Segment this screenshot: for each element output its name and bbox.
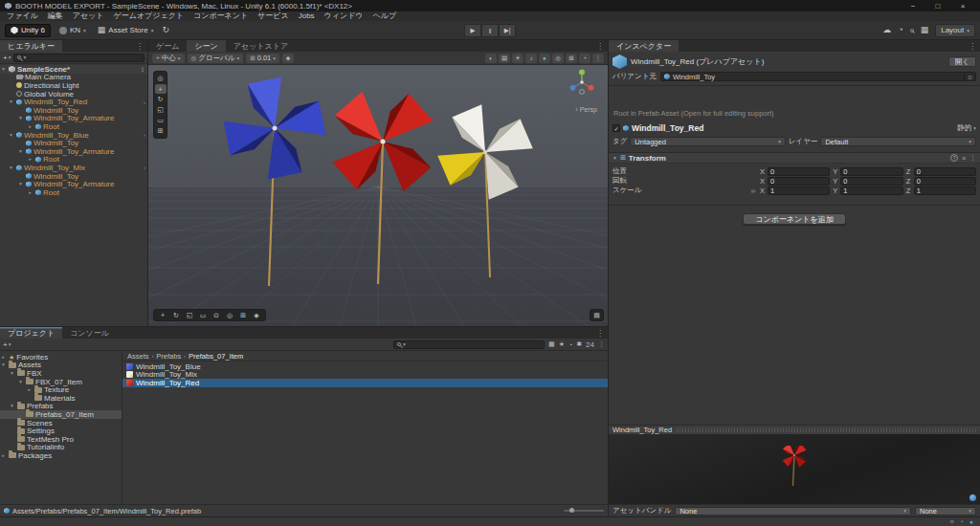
layer-dropdown[interactable]: Default ▾ bbox=[820, 137, 976, 146]
maximize-button[interactable]: □ bbox=[925, 0, 950, 11]
fold-icon[interactable]: ▼ bbox=[612, 155, 617, 161]
object-picker-icon[interactable]: ⊙ bbox=[964, 74, 972, 80]
hierarchy-item[interactable]: ▸ Root bbox=[0, 122, 147, 131]
lighting-toggle-icon[interactable]: ☀ bbox=[512, 54, 523, 63]
effects-toggle-icon[interactable]: ● bbox=[539, 54, 550, 63]
move-tool-icon[interactable]: + bbox=[155, 84, 167, 94]
fold-icon[interactable]: ▸ bbox=[26, 387, 33, 392]
save-search-icon[interactable]: ◔ bbox=[568, 341, 572, 348]
asset-store-dropdown[interactable]: ▦ Asset Store ▾ bbox=[95, 24, 157, 37]
assetbundle-variant-dropdown[interactable]: None ▾ bbox=[915, 507, 976, 515]
menu-help[interactable]: ヘルプ bbox=[368, 11, 402, 21]
rotation-z-field[interactable]: 0 bbox=[914, 177, 976, 186]
create-button[interactable]: + ▾ bbox=[3, 54, 11, 62]
transform-tool-icon[interactable]: ⊞ bbox=[155, 126, 167, 136]
hierarchy-item[interactable]: Windmill_Toy bbox=[0, 172, 147, 181]
gizmos-menu-icon[interactable]: ⋮ bbox=[592, 54, 604, 63]
hierarchy-item[interactable]: ▼ Windmill_Toy_Armature bbox=[0, 180, 147, 188]
hierarchy-item[interactable]: Windmill_Toy bbox=[0, 139, 147, 147]
rotation-y-field[interactable]: 0 bbox=[840, 177, 902, 186]
undo-history-icon[interactable]: ↻ bbox=[162, 26, 169, 34]
open-prefab-arrow[interactable]: › bbox=[144, 99, 145, 105]
fold-icon[interactable]: ▼ bbox=[9, 371, 15, 376]
hierarchy-item[interactable]: ▼ Windmill_Toy_Mix › bbox=[0, 164, 147, 172]
rect-tool-icon[interactable]: ▭ bbox=[197, 311, 209, 320]
tab-hierarchy[interactable]: ヒエラルキー bbox=[0, 40, 62, 52]
cloud-icon[interactable]: ☁ bbox=[882, 26, 891, 34]
breadcrumb-prefabs[interactable]: Prefabs bbox=[156, 352, 181, 361]
kebab-icon[interactable]: ⋮ bbox=[140, 66, 145, 73]
fold-icon[interactable]: ▸ bbox=[27, 157, 33, 162]
hierarchy-item[interactable]: Global Volume bbox=[0, 90, 147, 99]
grid-visibility-icon[interactable]: ⊞ bbox=[566, 54, 577, 63]
hierarchy-item[interactable]: ▼ Windmill_Toy_Armature bbox=[0, 147, 147, 156]
hierarchy-item[interactable]: ▼ Windmill_Toy_Armature bbox=[0, 115, 147, 123]
asset-preview[interactable] bbox=[609, 434, 980, 504]
active-checkbox[interactable]: ✓ bbox=[612, 124, 620, 132]
scale-y-field[interactable]: 1 bbox=[840, 186, 902, 195]
hierarchy-scene-row[interactable]: ▼ SampleScene* ⋮ bbox=[0, 65, 147, 74]
fold-icon[interactable]: ▼ bbox=[17, 182, 24, 186]
breadcrumb-current[interactable]: Prefabs_07_Item bbox=[189, 352, 243, 361]
kebab-icon[interactable]: ⋮ bbox=[969, 154, 976, 162]
tab-inspector[interactable]: インスペクター bbox=[609, 40, 679, 52]
projection-label[interactable]: ‹ Persp bbox=[575, 106, 597, 113]
rotate-tool-icon[interactable]: ↻ bbox=[155, 95, 167, 104]
menu-component[interactable]: コンポーネント bbox=[189, 11, 253, 21]
assetbundle-dropdown[interactable]: None ▾ bbox=[675, 507, 911, 515]
panel-menu-icon[interactable]: ⋮ bbox=[132, 40, 147, 52]
static-dropdown[interactable]: 静的 ▾ bbox=[957, 123, 976, 133]
panel-menu-icon[interactable]: ⋮ bbox=[965, 40, 980, 52]
grid-snap-field[interactable]: ⊞ 0.01 ▾ bbox=[246, 54, 279, 63]
move-tool-icon[interactable]: + bbox=[157, 311, 168, 320]
menu-file[interactable]: ファイル bbox=[2, 11, 43, 21]
variant-parent-field[interactable]: Windmill_Toy ⊙ bbox=[660, 72, 976, 81]
menu-services[interactable]: サービス bbox=[253, 11, 294, 21]
pause-button[interactable]: ‖ bbox=[481, 24, 499, 37]
menu-jobs[interactable]: Jobs bbox=[294, 11, 320, 21]
scale-x-field[interactable]: 1 bbox=[768, 186, 830, 195]
snap-toggle-icon[interactable]: ◈ bbox=[282, 54, 294, 63]
shading-mode-icon[interactable]: ◐ bbox=[485, 54, 497, 63]
search-by-type-icon[interactable]: ▦ bbox=[548, 340, 555, 348]
notifications-icon[interactable]: ◔ bbox=[898, 26, 902, 34]
grid-icon[interactable]: ⊞ bbox=[237, 311, 249, 320]
hierarchy-item[interactable]: Main Camera bbox=[0, 74, 147, 82]
file-row-windmill-toy-blue[interactable]: Windmill_Toy_Blue bbox=[122, 362, 608, 371]
tree-item-fbx-07-item[interactable]: ▼ FBX_07_Item bbox=[0, 378, 122, 386]
grid-icon[interactable]: ▦ bbox=[921, 26, 929, 34]
panel-menu-icon[interactable]: ⋮ bbox=[592, 327, 608, 339]
menu-assets[interactable]: アセット bbox=[68, 11, 109, 21]
open-prefab-arrow[interactable]: › bbox=[144, 164, 145, 170]
snap-icon[interactable]: ◈ bbox=[251, 311, 262, 320]
hierarchy-item[interactable]: ▸ Root bbox=[0, 156, 147, 164]
rotation-x-field[interactable]: 0 bbox=[768, 177, 830, 186]
open-prefab-arrow[interactable]: › bbox=[144, 132, 145, 138]
scale-tool-icon[interactable]: ◱ bbox=[155, 105, 167, 115]
tab-game[interactable]: ゲーム bbox=[148, 40, 187, 52]
slider-track[interactable] bbox=[564, 510, 604, 512]
close-button[interactable]: × bbox=[950, 0, 975, 11]
open-prefab-button[interactable]: 開く bbox=[948, 56, 976, 67]
scene-render[interactable] bbox=[148, 65, 608, 326]
rotate-tool-icon[interactable]: ↻ bbox=[170, 311, 182, 320]
tree-item-prefabs[interactable]: ▼ Prefabs bbox=[0, 403, 122, 411]
orientation-dropdown[interactable]: ◎ グローバル ▾ bbox=[188, 54, 244, 63]
pivot-dropdown[interactable]: + 中心 ▾ bbox=[152, 54, 185, 63]
view-tool-icon[interactable]: ◎ bbox=[224, 311, 235, 320]
fold-icon[interactable]: ▸ bbox=[27, 190, 33, 195]
tag-dropdown[interactable]: Untagged ▾ bbox=[630, 137, 786, 146]
account-dropdown[interactable]: KN ▾ bbox=[56, 24, 89, 37]
scale-tool-icon[interactable]: ◱ bbox=[184, 311, 195, 320]
help-icon[interactable]: ? bbox=[950, 154, 958, 162]
add-component-button[interactable]: コンポーネントを追加 bbox=[743, 213, 845, 225]
pivot-icon[interactable]: ⊙ bbox=[211, 311, 222, 320]
menu-edit[interactable]: 編集 bbox=[43, 11, 68, 21]
rect-tool-icon[interactable]: ▭ bbox=[155, 116, 167, 125]
preview-drag-handle[interactable] bbox=[677, 428, 976, 432]
fold-icon[interactable]: ▼ bbox=[8, 165, 14, 170]
project-search-input[interactable]: ▾ bbox=[393, 340, 545, 349]
overlay-menu-icon[interactable]: ▤ bbox=[590, 309, 604, 321]
hierarchy-item[interactable]: ▼ Windmill_Toy_Blue › bbox=[0, 131, 147, 140]
tab-project[interactable]: プロジェクト bbox=[0, 327, 62, 339]
